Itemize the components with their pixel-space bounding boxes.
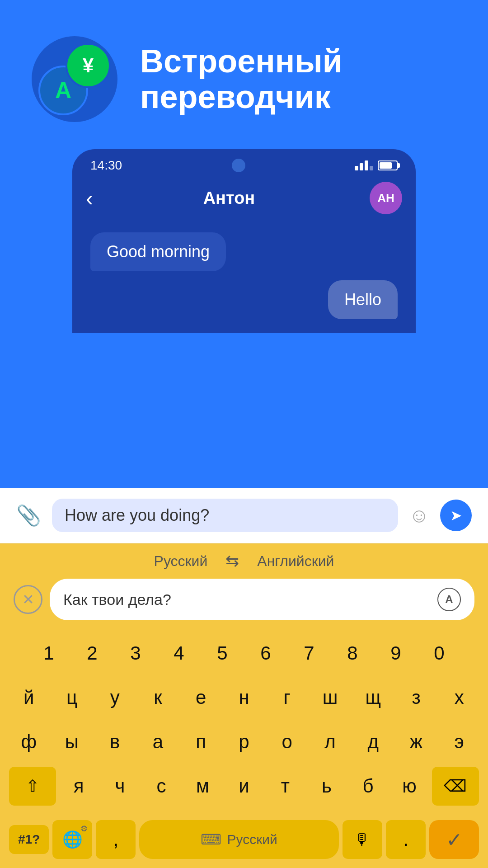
key-4[interactable]: 4	[159, 634, 199, 673]
target-language-label[interactable]: Английский	[257, 553, 334, 570]
contact-avatar: АН	[370, 182, 402, 214]
key-э[interactable]: э	[440, 722, 479, 761]
translator-lang-bar: Русский ⇆ Английский	[0, 543, 488, 579]
key-д[interactable]: д	[353, 722, 393, 761]
status-time: 14:30	[90, 158, 122, 173]
key-я[interactable]: я	[60, 767, 97, 806]
settings-dot-icon: ⚙	[80, 824, 88, 834]
source-language-label[interactable]: Русский	[154, 553, 208, 570]
key-ь[interactable]: ь	[308, 767, 345, 806]
key-ф[interactable]: ф	[9, 722, 48, 761]
header: A ¥ Встроенный переводчик	[0, 0, 488, 140]
period-key[interactable]: .	[386, 820, 426, 859]
key-х[interactable]: х	[440, 678, 479, 717]
key-е[interactable]: е	[181, 678, 221, 717]
space-label: Русский	[227, 832, 277, 847]
key-б[interactable]: б	[349, 767, 387, 806]
key-о[interactable]: о	[267, 722, 307, 761]
key-з[interactable]: з	[396, 678, 436, 717]
key-5[interactable]: 5	[202, 634, 242, 673]
key-п[interactable]: п	[181, 722, 221, 761]
send-button[interactable]: ➤	[440, 500, 472, 531]
key-й[interactable]: й	[9, 678, 48, 717]
key-ы[interactable]: ы	[52, 722, 91, 761]
message-input-text: How are you doing?	[65, 506, 209, 524]
key-с[interactable]: с	[142, 767, 180, 806]
number-row: 1 2 3 4 5 6 7 8 9 0	[9, 634, 479, 673]
row-1: й ц у к е н г ш щ з х	[9, 678, 479, 717]
key-9[interactable]: 9	[376, 634, 416, 673]
keyboard-container: 📎 How are you doing? ☺ ➤ Русский ⇆ Англи…	[0, 488, 488, 868]
key-и[interactable]: и	[225, 767, 263, 806]
key-щ[interactable]: щ	[353, 678, 393, 717]
key-т[interactable]: т	[267, 767, 304, 806]
backspace-key[interactable]: ⌫	[432, 767, 479, 806]
globe-icon: 🌐	[62, 830, 83, 849]
key-8[interactable]: 8	[333, 634, 372, 673]
key-ю[interactable]: ю	[390, 767, 428, 806]
space-key[interactable]: ⌨ Русский	[139, 820, 339, 859]
message-sent: Hello	[328, 280, 398, 319]
signal-bars-icon	[355, 160, 373, 170]
status-notch	[232, 159, 245, 172]
keyboard-input-bar: 📎 How are you doing? ☺ ➤	[0, 488, 488, 543]
send-icon: ➤	[450, 507, 462, 524]
key-а[interactable]: а	[138, 722, 178, 761]
translator-result-row: ✕ Как твои дела? A	[0, 579, 488, 629]
chat-messages: Good morning Hello	[72, 223, 416, 333]
key-6[interactable]: 6	[246, 634, 286, 673]
mic-key[interactable]: 🎙	[343, 820, 382, 859]
app-title: Встроенный переводчик	[140, 43, 343, 115]
status-bar: 14:30	[72, 149, 416, 177]
logo-letter-b: ¥	[66, 43, 111, 88]
row-3: ⇧ я ч с м и т ь б ю ⌫	[9, 767, 479, 806]
key-м[interactable]: м	[184, 767, 221, 806]
translate-a-icon: A	[445, 593, 453, 606]
status-icons	[355, 160, 398, 170]
translate-icon-button[interactable]: A	[437, 588, 461, 611]
key-3[interactable]: 3	[116, 634, 155, 673]
key-7[interactable]: 7	[289, 634, 329, 673]
row-2: ф ы в а п р о л д ж э	[9, 722, 479, 761]
swap-languages-icon[interactable]: ⇆	[225, 552, 239, 571]
chat-nav: ‹ Антон АН	[72, 177, 416, 223]
phone-mockup: 14:30 ‹ Антон АН Good morning Hello	[72, 149, 416, 333]
key-в[interactable]: в	[95, 722, 135, 761]
key-2[interactable]: 2	[72, 634, 112, 673]
key-ч[interactable]: ч	[101, 767, 139, 806]
key-0[interactable]: 0	[419, 634, 459, 673]
keyboard-rows: 1 2 3 4 5 6 7 8 9 0 й ц у к е н г ш щ з …	[0, 629, 488, 816]
key-ш[interactable]: ш	[310, 678, 350, 717]
comma-key[interactable]: ,	[96, 820, 136, 859]
key-р[interactable]: р	[224, 722, 263, 761]
clear-translation-button[interactable]: ✕	[14, 585, 42, 614]
contact-name: Антон	[102, 189, 356, 208]
key-н[interactable]: н	[224, 678, 263, 717]
message-input[interactable]: How are you doing?	[52, 499, 398, 532]
key-у[interactable]: у	[95, 678, 135, 717]
emoji-icon[interactable]: ☺	[409, 504, 429, 527]
attach-icon[interactable]: 📎	[16, 504, 41, 527]
numbers-key[interactable]: #1?	[9, 825, 49, 854]
key-л[interactable]: л	[310, 722, 350, 761]
enter-key[interactable]: ✓	[429, 820, 479, 859]
keyboard-bottom-row: #1? ⚙ 🌐 , ⌨ Русский 🎙 . ✓	[0, 816, 488, 868]
clear-icon: ✕	[22, 591, 34, 608]
key-г[interactable]: г	[267, 678, 307, 717]
back-button[interactable]: ‹	[86, 186, 93, 211]
key-ж[interactable]: ж	[396, 722, 436, 761]
battery-icon	[378, 160, 398, 170]
key-ц[interactable]: ц	[52, 678, 91, 717]
shift-key[interactable]: ⇧	[9, 767, 56, 806]
translation-result-field[interactable]: Как твои дела? A	[50, 579, 474, 620]
key-1[interactable]: 1	[29, 634, 69, 673]
app-logo: A ¥	[32, 36, 117, 122]
key-к[interactable]: к	[138, 678, 178, 717]
translated-text: Как твои дела?	[63, 591, 171, 609]
globe-key[interactable]: ⚙ 🌐	[52, 820, 92, 859]
message-received: Good morning	[90, 232, 226, 271]
numbers-label: #1?	[18, 832, 40, 846]
